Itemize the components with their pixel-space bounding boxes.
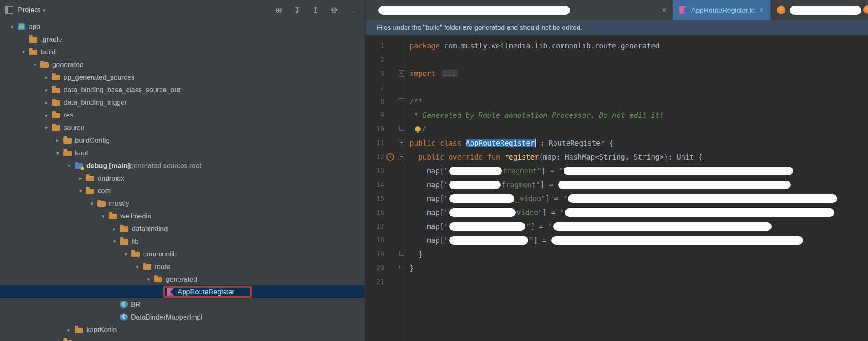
- tree-item--gradle[interactable]: .gradle: [0, 33, 365, 45]
- chevron-down-icon[interactable]: ▾: [86, 200, 97, 207]
- tree-item-commonlib[interactable]: ▾commonlib: [0, 248, 365, 260]
- chevron-down-icon[interactable]: ▾: [43, 7, 46, 13]
- comment-token: * Generated by Route annotation Processo…: [410, 111, 664, 120]
- code-line[interactable]: 11−public class AppRouteRegister : Route…: [366, 136, 868, 150]
- string-token: ": [444, 167, 448, 175]
- chevron-down-icon[interactable]: ▾: [132, 264, 143, 270]
- intention-bulb-icon[interactable]: [415, 126, 421, 132]
- code-line[interactable]: 17 map[""] = ": [366, 219, 868, 233]
- string-token: ": [444, 222, 448, 231]
- tree-item-buildconfig[interactable]: ▸buildConfig: [0, 134, 365, 147]
- tree-item-androidx[interactable]: ▸androidx: [0, 172, 365, 184]
- chevron-down-icon[interactable]: ▾: [52, 150, 63, 156]
- chevron-down-icon[interactable]: ▾: [18, 49, 29, 55]
- code-line[interactable]: 13 map["fragment"] = ": [366, 164, 868, 178]
- tree-item-res[interactable]: ▸res: [0, 109, 365, 121]
- chevron-down-icon[interactable]: ▾: [75, 188, 86, 194]
- tree-item-debug-main-[interactable]: ▾debug [main] generated sources root: [0, 159, 365, 172]
- tab-approuteregister-kt[interactable]: AppRouteRegister.kt×: [673, 0, 770, 20]
- expand-all-icon[interactable]: ↧: [294, 5, 301, 15]
- tree-item-label: wellmedia: [120, 212, 151, 220]
- tree-item-kapt[interactable]: ▾kapt: [0, 147, 365, 159]
- code-line[interactable]: 9 * Generated by Route annotation Proces…: [366, 108, 868, 122]
- locate-file-icon[interactable]: ⊕: [275, 5, 282, 15]
- tree-item-build[interactable]: ▾build: [0, 45, 365, 58]
- chevron-down-icon[interactable]: ▾: [29, 61, 40, 68]
- fold-expand-icon[interactable]: +: [399, 70, 405, 77]
- chevron-down-icon[interactable]: ▾: [41, 125, 52, 131]
- fold-collapse-icon[interactable]: −: [399, 98, 405, 104]
- settings-gear-icon[interactable]: ⚙: [330, 5, 338, 15]
- close-tab-icon[interactable]: ×: [662, 6, 666, 14]
- chevron-right-icon[interactable]: ▸: [75, 175, 86, 181]
- code-line[interactable]: 7: [366, 80, 868, 94]
- code-line[interactable]: 10 /: [366, 122, 868, 136]
- code-line[interactable]: 21: [366, 275, 868, 289]
- string-token: ": [563, 194, 567, 203]
- keyword-token: import: [410, 69, 435, 78]
- code-line[interactable]: 8−/**: [366, 94, 868, 108]
- fold-collapse-icon[interactable]: −: [399, 154, 405, 160]
- tree-item-partial[interactable]: ▸: [0, 336, 365, 341]
- tree-item-approuteregister[interactable]: AppRouteRegister: [0, 285, 365, 298]
- code-line[interactable]: 14 map["fragment"] =: [366, 178, 868, 192]
- close-tab-icon[interactable]: ×: [759, 6, 764, 14]
- chevron-down-icon[interactable]: ▾: [64, 163, 75, 169]
- tree-item-com[interactable]: ▾com: [0, 184, 365, 197]
- tree-item-generated[interactable]: ▾generated: [0, 58, 365, 71]
- code-line[interactable]: 20}: [366, 261, 868, 275]
- project-file-tree[interactable]: ▾app.gradle▾build▾generated▸ap_generated…: [0, 20, 365, 341]
- code-line[interactable]: 18 map[""] =: [366, 233, 868, 247]
- project-panel-header: Project ▾ ⊕↧↥⚙—: [0, 0, 365, 20]
- code-line[interactable]: 3+import ...: [366, 67, 868, 80]
- chevron-right-icon[interactable]: ▸: [41, 112, 52, 118]
- fold-end-icon[interactable]: [399, 126, 404, 131]
- fold-collapse-icon[interactable]: −: [399, 140, 405, 146]
- tree-item-ap-generated-sources[interactable]: ▸ap_generated_sources: [0, 71, 365, 83]
- code-line[interactable]: 15 map["_video"] = ": [366, 192, 868, 205]
- chevron-right-icon[interactable]: ▸: [64, 327, 75, 333]
- code-line[interactable]: 16 map["video"] = ": [366, 205, 868, 219]
- chevron-right-icon[interactable]: ▸: [41, 99, 52, 106]
- tree-item-label: com: [98, 187, 111, 195]
- tab-redacted-2[interactable]: [770, 0, 868, 20]
- tree-item-databinding[interactable]: ▸databinding: [0, 222, 365, 235]
- chevron-down-icon[interactable]: ▾: [120, 251, 131, 257]
- collapse-all-icon[interactable]: ↥: [312, 5, 319, 15]
- tree-item-kaptkotlin[interactable]: ▸kaptKotlin: [0, 323, 365, 336]
- code-line[interactable]: 1package com.mustly.wellmedia.lib.common…: [366, 39, 868, 53]
- chevron-down-icon[interactable]: ▾: [143, 276, 154, 282]
- project-view-title[interactable]: Project: [18, 6, 40, 14]
- chevron-right-icon[interactable]: ▸: [41, 87, 52, 93]
- fold-end-icon[interactable]: [399, 265, 404, 269]
- chevron-right-icon[interactable]: ▸: [52, 339, 63, 341]
- chevron-right-icon[interactable]: ▸: [109, 226, 120, 232]
- code-line[interactable]: 2: [366, 53, 868, 67]
- chevron-down-icon[interactable]: ▾: [7, 24, 18, 30]
- chevron-down-icon[interactable]: ▾: [109, 238, 120, 245]
- tree-item-route[interactable]: ▾route: [0, 260, 365, 273]
- chevron-down-icon[interactable]: ▾: [98, 213, 109, 219]
- fold-end-icon[interactable]: [399, 251, 404, 256]
- chevron-right-icon[interactable]: ▸: [41, 74, 52, 80]
- tree-item-source[interactable]: ▾source: [0, 121, 365, 134]
- tree-item-app[interactable]: ▾app: [0, 20, 365, 33]
- tab-redacted-0[interactable]: ×: [372, 0, 673, 20]
- code-line[interactable]: 12↑− public override fun register(map: H…: [366, 150, 868, 164]
- override-gutter-icon[interactable]: ↑: [386, 153, 394, 161]
- tree-item-data-binding-trigger[interactable]: ▸data_binding_trigger: [0, 96, 365, 109]
- chevron-right-icon[interactable]: ▸: [52, 137, 63, 144]
- tree-item-lib[interactable]: ▾lib: [0, 235, 365, 248]
- code-line[interactable]: 19 }: [366, 247, 868, 261]
- tree-item-databindermapperimpl[interactable]: CDataBinderMapperImpl: [0, 311, 365, 323]
- tree-item-br[interactable]: CBR: [0, 298, 365, 311]
- folder-icon: [143, 264, 151, 270]
- hide-panel-icon[interactable]: —: [349, 5, 358, 15]
- tree-item-generated[interactable]: ▾generated: [0, 273, 365, 285]
- code-editor[interactable]: 1package com.mustly.wellmedia.lib.common…: [366, 35, 868, 289]
- tree-item-mustly[interactable]: ▾mustly: [0, 197, 365, 210]
- folded-imports-placeholder[interactable]: ...: [442, 70, 458, 77]
- editor-area[interactable]: ×AppRouteRegister.kt× Files under the "b…: [366, 0, 868, 341]
- tree-item-wellmedia[interactable]: ▾wellmedia: [0, 210, 365, 222]
- tree-item-data-binding-base-class-source-out[interactable]: ▸data_binding_base_class_source_out: [0, 83, 365, 96]
